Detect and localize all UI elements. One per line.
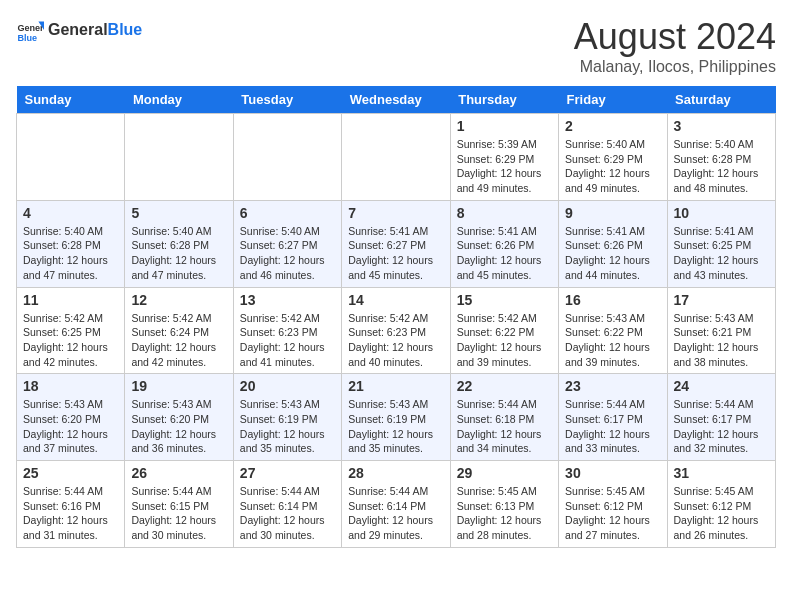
calendar-cell: 17Sunrise: 5:43 AM Sunset: 6:21 PM Dayli… bbox=[667, 287, 775, 374]
calendar-cell: 7Sunrise: 5:41 AM Sunset: 6:27 PM Daylig… bbox=[342, 200, 450, 287]
logo: General Blue General Blue bbox=[16, 16, 142, 44]
day-number: 23 bbox=[565, 378, 660, 394]
day-number: 3 bbox=[674, 118, 769, 134]
cell-data: Sunrise: 5:43 AM Sunset: 6:19 PM Dayligh… bbox=[240, 397, 335, 456]
logo-blue-text: Blue bbox=[108, 21, 143, 39]
day-number: 20 bbox=[240, 378, 335, 394]
cell-data: Sunrise: 5:45 AM Sunset: 6:12 PM Dayligh… bbox=[674, 484, 769, 543]
svg-text:Blue: Blue bbox=[17, 33, 37, 43]
calendar-cell: 25Sunrise: 5:44 AM Sunset: 6:16 PM Dayli… bbox=[17, 461, 125, 548]
calendar-cell: 26Sunrise: 5:44 AM Sunset: 6:15 PM Dayli… bbox=[125, 461, 233, 548]
month-year-title: August 2024 bbox=[574, 16, 776, 58]
day-number: 11 bbox=[23, 292, 118, 308]
day-number: 28 bbox=[348, 465, 443, 481]
calendar-cell: 4Sunrise: 5:40 AM Sunset: 6:28 PM Daylig… bbox=[17, 200, 125, 287]
cell-data: Sunrise: 5:45 AM Sunset: 6:13 PM Dayligh… bbox=[457, 484, 552, 543]
cell-data: Sunrise: 5:44 AM Sunset: 6:17 PM Dayligh… bbox=[565, 397, 660, 456]
day-number: 12 bbox=[131, 292, 226, 308]
day-number: 26 bbox=[131, 465, 226, 481]
calendar-cell: 12Sunrise: 5:42 AM Sunset: 6:24 PM Dayli… bbox=[125, 287, 233, 374]
day-number: 27 bbox=[240, 465, 335, 481]
cell-data: Sunrise: 5:44 AM Sunset: 6:15 PM Dayligh… bbox=[131, 484, 226, 543]
calendar-cell: 16Sunrise: 5:43 AM Sunset: 6:22 PM Dayli… bbox=[559, 287, 667, 374]
cell-data: Sunrise: 5:44 AM Sunset: 6:14 PM Dayligh… bbox=[348, 484, 443, 543]
cell-data: Sunrise: 5:41 AM Sunset: 6:27 PM Dayligh… bbox=[348, 224, 443, 283]
day-number: 9 bbox=[565, 205, 660, 221]
logo-general-text: General bbox=[48, 21, 108, 39]
calendar-cell bbox=[125, 114, 233, 201]
calendar-cell bbox=[17, 114, 125, 201]
day-number: 17 bbox=[674, 292, 769, 308]
cell-data: Sunrise: 5:42 AM Sunset: 6:22 PM Dayligh… bbox=[457, 311, 552, 370]
day-number: 5 bbox=[131, 205, 226, 221]
cell-data: Sunrise: 5:44 AM Sunset: 6:14 PM Dayligh… bbox=[240, 484, 335, 543]
cell-data: Sunrise: 5:41 AM Sunset: 6:26 PM Dayligh… bbox=[457, 224, 552, 283]
weekday-header-monday: Monday bbox=[125, 86, 233, 114]
page-header: General Blue General Blue August 2024 Ma… bbox=[16, 16, 776, 76]
day-number: 7 bbox=[348, 205, 443, 221]
calendar-week-row: 18Sunrise: 5:43 AM Sunset: 6:20 PM Dayli… bbox=[17, 374, 776, 461]
cell-data: Sunrise: 5:40 AM Sunset: 6:28 PM Dayligh… bbox=[131, 224, 226, 283]
weekday-header-tuesday: Tuesday bbox=[233, 86, 341, 114]
location-subtitle: Malanay, Ilocos, Philippines bbox=[574, 58, 776, 76]
cell-data: Sunrise: 5:42 AM Sunset: 6:23 PM Dayligh… bbox=[240, 311, 335, 370]
day-number: 10 bbox=[674, 205, 769, 221]
day-number: 18 bbox=[23, 378, 118, 394]
weekday-header-sunday: Sunday bbox=[17, 86, 125, 114]
calendar-cell: 22Sunrise: 5:44 AM Sunset: 6:18 PM Dayli… bbox=[450, 374, 558, 461]
cell-data: Sunrise: 5:40 AM Sunset: 6:29 PM Dayligh… bbox=[565, 137, 660, 196]
calendar-cell: 28Sunrise: 5:44 AM Sunset: 6:14 PM Dayli… bbox=[342, 461, 450, 548]
calendar-cell: 11Sunrise: 5:42 AM Sunset: 6:25 PM Dayli… bbox=[17, 287, 125, 374]
cell-data: Sunrise: 5:43 AM Sunset: 6:20 PM Dayligh… bbox=[131, 397, 226, 456]
day-number: 15 bbox=[457, 292, 552, 308]
cell-data: Sunrise: 5:44 AM Sunset: 6:16 PM Dayligh… bbox=[23, 484, 118, 543]
cell-data: Sunrise: 5:39 AM Sunset: 6:29 PM Dayligh… bbox=[457, 137, 552, 196]
calendar-cell: 1Sunrise: 5:39 AM Sunset: 6:29 PM Daylig… bbox=[450, 114, 558, 201]
calendar-cell: 30Sunrise: 5:45 AM Sunset: 6:12 PM Dayli… bbox=[559, 461, 667, 548]
day-number: 25 bbox=[23, 465, 118, 481]
cell-data: Sunrise: 5:42 AM Sunset: 6:24 PM Dayligh… bbox=[131, 311, 226, 370]
cell-data: Sunrise: 5:40 AM Sunset: 6:27 PM Dayligh… bbox=[240, 224, 335, 283]
day-number: 8 bbox=[457, 205, 552, 221]
day-number: 4 bbox=[23, 205, 118, 221]
calendar-cell: 2Sunrise: 5:40 AM Sunset: 6:29 PM Daylig… bbox=[559, 114, 667, 201]
cell-data: Sunrise: 5:44 AM Sunset: 6:18 PM Dayligh… bbox=[457, 397, 552, 456]
day-number: 24 bbox=[674, 378, 769, 394]
calendar-cell: 21Sunrise: 5:43 AM Sunset: 6:19 PM Dayli… bbox=[342, 374, 450, 461]
day-number: 1 bbox=[457, 118, 552, 134]
day-number: 6 bbox=[240, 205, 335, 221]
calendar-cell: 18Sunrise: 5:43 AM Sunset: 6:20 PM Dayli… bbox=[17, 374, 125, 461]
cell-data: Sunrise: 5:42 AM Sunset: 6:25 PM Dayligh… bbox=[23, 311, 118, 370]
day-number: 16 bbox=[565, 292, 660, 308]
calendar-cell: 6Sunrise: 5:40 AM Sunset: 6:27 PM Daylig… bbox=[233, 200, 341, 287]
title-area: August 2024 Malanay, Ilocos, Philippines bbox=[574, 16, 776, 76]
cell-data: Sunrise: 5:43 AM Sunset: 6:21 PM Dayligh… bbox=[674, 311, 769, 370]
weekday-header-friday: Friday bbox=[559, 86, 667, 114]
day-number: 29 bbox=[457, 465, 552, 481]
calendar-week-row: 25Sunrise: 5:44 AM Sunset: 6:16 PM Dayli… bbox=[17, 461, 776, 548]
weekday-header-thursday: Thursday bbox=[450, 86, 558, 114]
day-number: 14 bbox=[348, 292, 443, 308]
calendar-week-row: 1Sunrise: 5:39 AM Sunset: 6:29 PM Daylig… bbox=[17, 114, 776, 201]
day-number: 30 bbox=[565, 465, 660, 481]
logo-icon: General Blue bbox=[16, 16, 44, 44]
day-number: 2 bbox=[565, 118, 660, 134]
calendar-cell: 20Sunrise: 5:43 AM Sunset: 6:19 PM Dayli… bbox=[233, 374, 341, 461]
calendar-cell: 10Sunrise: 5:41 AM Sunset: 6:25 PM Dayli… bbox=[667, 200, 775, 287]
calendar-week-row: 4Sunrise: 5:40 AM Sunset: 6:28 PM Daylig… bbox=[17, 200, 776, 287]
calendar-week-row: 11Sunrise: 5:42 AM Sunset: 6:25 PM Dayli… bbox=[17, 287, 776, 374]
cell-data: Sunrise: 5:42 AM Sunset: 6:23 PM Dayligh… bbox=[348, 311, 443, 370]
cell-data: Sunrise: 5:43 AM Sunset: 6:19 PM Dayligh… bbox=[348, 397, 443, 456]
day-number: 22 bbox=[457, 378, 552, 394]
cell-data: Sunrise: 5:41 AM Sunset: 6:26 PM Dayligh… bbox=[565, 224, 660, 283]
calendar-cell: 14Sunrise: 5:42 AM Sunset: 6:23 PM Dayli… bbox=[342, 287, 450, 374]
weekday-header-saturday: Saturday bbox=[667, 86, 775, 114]
calendar-cell bbox=[233, 114, 341, 201]
calendar-cell: 27Sunrise: 5:44 AM Sunset: 6:14 PM Dayli… bbox=[233, 461, 341, 548]
weekday-header-row: SundayMondayTuesdayWednesdayThursdayFrid… bbox=[17, 86, 776, 114]
calendar-cell: 24Sunrise: 5:44 AM Sunset: 6:17 PM Dayli… bbox=[667, 374, 775, 461]
day-number: 21 bbox=[348, 378, 443, 394]
calendar-cell: 5Sunrise: 5:40 AM Sunset: 6:28 PM Daylig… bbox=[125, 200, 233, 287]
cell-data: Sunrise: 5:40 AM Sunset: 6:28 PM Dayligh… bbox=[674, 137, 769, 196]
calendar-cell: 29Sunrise: 5:45 AM Sunset: 6:13 PM Dayli… bbox=[450, 461, 558, 548]
